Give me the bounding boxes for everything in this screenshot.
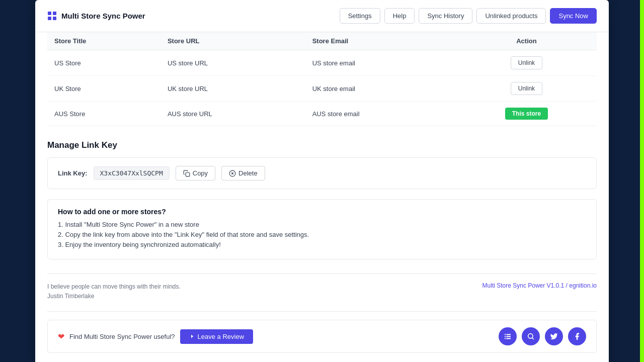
unlink-button-us[interactable]: Unlink [511, 56, 542, 69]
search-social-button[interactable] [522, 327, 540, 345]
unlinked-products-button[interactable]: Unlinked products [476, 8, 546, 24]
table-row: AUS Store AUS store URL AUS store email … [47, 102, 597, 126]
how-to-step-3: 3. Enjoy the inventory being synchronize… [58, 241, 586, 248]
footer-content: I believe people can move things with th… [47, 282, 597, 301]
search-icon [527, 332, 535, 340]
footer-divider2 [47, 311, 597, 312]
link-key-section-title: Manage Link Key [47, 140, 597, 150]
svg-rect-3 [53, 17, 56, 20]
settings-button[interactable]: Settings [340, 8, 380, 24]
col-store-email: Store Email [305, 32, 456, 50]
store-action-uk: Unlink [456, 76, 597, 102]
app-icon [47, 11, 57, 21]
store-action-us: Unlink [456, 50, 597, 76]
social-buttons [499, 327, 586, 345]
svg-rect-1 [53, 12, 56, 15]
svg-rect-11 [506, 336, 511, 337]
list-social-button[interactable] [499, 327, 517, 345]
copy-button[interactable]: Copy [176, 166, 215, 180]
sync-now-button[interactable]: Sync Now [550, 8, 597, 24]
review-left: ❤ Find Multi Store Sync Power useful? Le… [58, 329, 253, 344]
svg-rect-4 [186, 172, 190, 176]
svg-line-15 [532, 338, 534, 339]
footer-quote: I believe people can move things with th… [47, 282, 181, 301]
stores-table: Store Title Store URL Store Email Action… [47, 32, 597, 126]
table-header-row: Store Title Store URL Store Email Action [47, 32, 597, 50]
col-action: Action [456, 32, 597, 50]
link-key-value: X3xC3047XxlSQCPM [94, 166, 170, 180]
store-title-aus: AUS Store [47, 102, 160, 126]
table-row: UK Store UK store URL UK store email Unl… [47, 76, 597, 102]
app-title: Multi Store Sync Power [61, 12, 145, 20]
footer-version-link[interactable]: Multi Store Sync Power V1.0.1 / egnition… [482, 282, 597, 289]
store-url-uk: UK store URL [160, 76, 305, 102]
app-header: Multi Store Sync Power Settings Help Syn… [35, 0, 609, 32]
link-key-label: Link Key: [58, 169, 88, 177]
how-to-step-2: 2. Copy the link key from above into the… [58, 231, 586, 238]
leave-review-button[interactable]: Leave a Review [180, 329, 254, 344]
delete-icon [229, 170, 236, 177]
svg-rect-13 [506, 338, 511, 339]
store-email-uk: UK store email [305, 76, 456, 102]
twitter-social-button[interactable] [545, 327, 563, 345]
svg-point-14 [528, 334, 533, 338]
review-text: Find Multi Store Sync Power useful? [69, 333, 175, 340]
copy-icon [183, 170, 190, 177]
store-title-uk: UK Store [47, 76, 160, 102]
svg-rect-2 [48, 17, 51, 20]
svg-rect-12 [505, 338, 506, 339]
how-to-box: How to add one or more stores? 1. Instal… [47, 199, 597, 259]
store-email-aus: AUS store email [305, 102, 456, 126]
store-action-aus: This store [456, 102, 597, 126]
col-store-title: Store Title [47, 32, 160, 50]
header-left: Multi Store Sync Power [47, 11, 145, 21]
main-content: Store Title Store URL Store Email Action… [35, 32, 609, 362]
footer-quote-line1: I believe people can move things with th… [47, 282, 181, 292]
how-to-title: How to add one or more stores? [58, 208, 586, 216]
help-button[interactable]: Help [384, 8, 415, 24]
list-icon [504, 332, 512, 340]
delete-button[interactable]: Delete [221, 166, 265, 180]
footer-divider [47, 274, 597, 274]
this-store-button-aus[interactable]: This store [505, 108, 548, 120]
footer-quote-line2: Justin Timberlake [47, 292, 181, 301]
svg-rect-8 [505, 334, 506, 335]
facebook-social-button[interactable] [568, 327, 586, 345]
chevron-right-icon [189, 333, 195, 339]
unlink-button-uk[interactable]: Unlink [511, 82, 542, 95]
store-url-us: US store URL [160, 50, 305, 76]
heart-icon: ❤ [58, 332, 64, 341]
table-row: US Store US store URL US store email Unl… [47, 50, 597, 76]
svg-rect-9 [506, 334, 511, 335]
svg-rect-0 [48, 12, 51, 15]
how-to-list: 1. Install "Multi Store Sync Power" in a… [58, 221, 586, 248]
header-buttons: Settings Help Sync History Unlinked prod… [340, 8, 597, 24]
review-bar: ❤ Find Multi Store Sync Power useful? Le… [47, 320, 597, 353]
store-title-us: US Store [47, 50, 160, 76]
svg-rect-10 [505, 336, 506, 337]
store-url-aus: AUS store URL [160, 102, 305, 126]
facebook-icon [573, 332, 581, 340]
col-store-url: Store URL [160, 32, 305, 50]
store-email-us: US store email [305, 50, 456, 76]
link-key-box: Link Key: X3xC3047XxlSQCPM Copy Delete [47, 157, 597, 189]
how-to-step-1: 1. Install "Multi Store Sync Power" in a… [58, 221, 586, 228]
twitter-icon [550, 332, 558, 340]
sync-history-button[interactable]: Sync History [419, 8, 472, 24]
